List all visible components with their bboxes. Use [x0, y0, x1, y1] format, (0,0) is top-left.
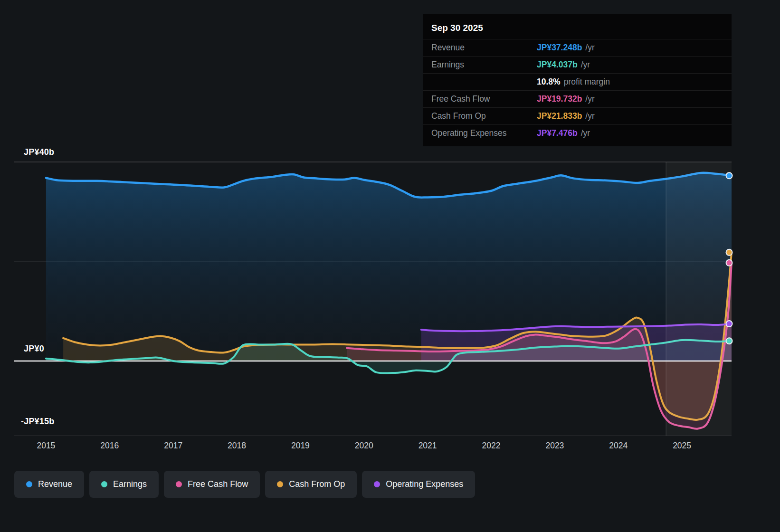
tooltip-row-suffix: /yr — [581, 128, 590, 138]
tooltip-row-suffix: /yr — [585, 111, 594, 121]
tooltip-row-value: JP¥19.732b — [537, 94, 582, 104]
tooltip-row-label: Cash From Op — [431, 111, 537, 121]
series-end-dot-operating-expenses — [726, 321, 732, 327]
tooltip-row-cash-from-op: Cash From Op JP¥21.833b /yr — [423, 107, 732, 124]
x-axis-label: 2015 — [37, 441, 55, 451]
legend-item-cash-from-op[interactable]: Cash From Op — [265, 471, 357, 498]
tooltip-row-value: JP¥37.248b — [537, 43, 582, 53]
tooltip-row-profit-margin: 10.8% profit margin — [423, 73, 732, 90]
y-axis-label-bottom: -JP¥15b — [21, 417, 54, 427]
highlight-band — [666, 162, 732, 436]
x-axis-label: 2025 — [673, 441, 691, 451]
y-axis-label-zero: JP¥0 — [24, 344, 44, 354]
legend-label: Revenue — [38, 479, 72, 489]
x-axis-label: 2024 — [609, 441, 628, 451]
tooltip-row-suffix: /yr — [581, 60, 590, 70]
legend-label: Free Cash Flow — [188, 479, 248, 489]
x-axis-label: 2021 — [419, 441, 437, 451]
series-end-dot-revenue — [726, 172, 732, 179]
cash-from-op-dot-icon — [277, 481, 283, 487]
legend-item-revenue[interactable]: Revenue — [14, 471, 84, 498]
tooltip-row-value: JP¥4.037b — [537, 60, 578, 70]
x-axis-label: 2019 — [291, 441, 310, 451]
series-end-dot-cash-from-op — [726, 249, 732, 256]
tooltip-row-label: Operating Expenses — [431, 128, 537, 138]
tooltip-date: Sep 30 2025 — [423, 16, 732, 39]
tooltip-row-label: Revenue — [431, 43, 537, 53]
legend-label: Cash From Op — [289, 479, 345, 489]
legend-label: Operating Expenses — [386, 479, 463, 489]
earnings-dot-icon — [101, 481, 107, 487]
legend-item-operating-expenses[interactable]: Operating Expenses — [362, 471, 475, 498]
tooltip-row-earnings: Earnings JP¥4.037b /yr — [423, 56, 732, 73]
x-axis-label: 2017 — [164, 441, 182, 451]
tooltip-row-operating-expenses: Operating Expenses JP¥7.476b /yr — [423, 124, 732, 142]
legend: Revenue Earnings Free Cash Flow Cash Fro… — [14, 471, 475, 498]
x-axis-label: 2022 — [482, 441, 501, 451]
legend-item-free-cash-flow[interactable]: Free Cash Flow — [164, 471, 260, 498]
x-axis-label: 2020 — [355, 441, 373, 451]
legend-item-earnings[interactable]: Earnings — [89, 471, 159, 498]
tooltip-row-label: Earnings — [431, 60, 537, 70]
tooltip-row-value: JP¥21.833b — [537, 111, 582, 121]
free-cash-flow-dot-icon — [176, 481, 182, 487]
x-axis-label: 2018 — [228, 441, 246, 451]
tooltip-row-value: JP¥7.476b — [537, 128, 578, 138]
tooltip-row-suffix: /yr — [585, 43, 594, 53]
series-end-dot-free-cash-flow — [726, 260, 732, 266]
y-axis-label-top: JP¥40b — [24, 147, 54, 157]
x-axis-label: 2016 — [100, 441, 119, 451]
revenue-dot-icon — [26, 481, 32, 487]
tooltip-row-free-cash-flow: Free Cash Flow JP¥19.732b /yr — [423, 90, 732, 107]
tooltip-row-revenue: Revenue JP¥37.248b /yr — [423, 39, 732, 56]
operating-expenses-dot-icon — [374, 481, 380, 487]
x-axis-label: 2023 — [545, 441, 564, 451]
tooltip-row-suffix: /yr — [585, 94, 594, 104]
series-end-dot-earnings — [726, 338, 732, 344]
tooltip-row-label: Free Cash Flow — [431, 94, 537, 104]
tooltip-row-suffix: profit margin — [564, 77, 610, 87]
tooltip: Sep 30 2025 Revenue JP¥37.248b /yr Earni… — [423, 14, 732, 146]
tooltip-row-value: 10.8% — [537, 77, 561, 87]
legend-label: Earnings — [113, 479, 147, 489]
